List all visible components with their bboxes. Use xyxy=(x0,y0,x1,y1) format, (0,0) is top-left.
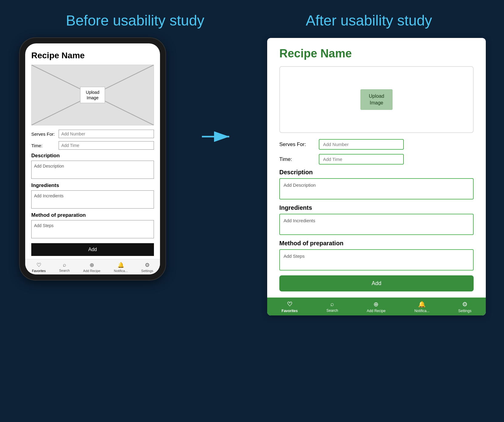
after-description-textarea[interactable]: Add Description xyxy=(279,178,474,199)
before-nav-notifications-label: Notifica... xyxy=(114,269,128,273)
add-recipe-icon: ⊕ xyxy=(90,262,94,268)
after-search-icon: ⌕ xyxy=(330,301,334,308)
after-mockup-wrapper: Recipe Name Upload Image Serves For: Tim… xyxy=(267,38,486,315)
before-nav-favorites[interactable]: ♡ Favorites xyxy=(32,262,46,273)
after-time-row: Time: xyxy=(279,154,474,165)
before-serves-input[interactable] xyxy=(59,130,154,138)
before-nav-favorites-label: Favorites xyxy=(32,269,46,273)
before-title: Recipe Name xyxy=(31,51,154,60)
after-nav-search[interactable]: ⌕ Search xyxy=(326,301,338,313)
after-serves-input[interactable] xyxy=(319,139,404,150)
headings-row: Before usability study After usability s… xyxy=(18,12,486,29)
main-content: Recipe Name Upload Image Serves For: xyxy=(18,38,486,315)
before-time-input[interactable] xyxy=(59,141,154,150)
after-description-heading: Description xyxy=(279,169,474,176)
after-image-area: Upload Image xyxy=(279,66,474,133)
before-time-label: Time: xyxy=(31,143,59,148)
after-method-textarea[interactable]: Add Steps xyxy=(279,249,474,271)
after-title: Recipe Name xyxy=(279,47,474,60)
arrow-wrapper xyxy=(199,38,235,144)
before-serves-row: Serves For: xyxy=(31,130,154,138)
before-description-heading: Description xyxy=(31,153,154,159)
after-time-label: Time: xyxy=(279,156,319,162)
after-nav-search-label: Search xyxy=(326,308,338,313)
before-nav-settings[interactable]: ⚙ Settings xyxy=(141,262,153,273)
before-serves-label: Serves For: xyxy=(31,131,59,137)
gear-icon: ⚙ xyxy=(145,262,150,268)
after-method-heading: Method of preparation xyxy=(279,240,474,247)
before-nav-notifications[interactable]: 🔔 Notifica... xyxy=(114,262,128,273)
phone-screen: Recipe Name Upload Image Serves For: xyxy=(25,43,160,274)
transition-arrow-icon xyxy=(200,129,234,144)
heart-icon: ♡ xyxy=(36,262,41,268)
after-bell-icon: 🔔 xyxy=(418,301,426,308)
after-nav-bar: ♡ Favorites ⌕ Search ⊕ Add Recipe 🔔 Noti… xyxy=(267,298,486,315)
before-nav-bar: ♡ Favorites ⌕ Search ⊕ Add Recipe 🔔 Noti… xyxy=(25,259,160,274)
bell-icon: 🔔 xyxy=(117,262,124,268)
before-image-area: Upload Image xyxy=(31,65,154,125)
after-ingredients-heading: Ingredients xyxy=(279,204,474,211)
before-upload-button[interactable]: Upload Image xyxy=(80,87,105,103)
before-method-heading: Method of preparation xyxy=(31,212,154,218)
before-nav-search[interactable]: ⌕ Search xyxy=(59,262,70,273)
after-add-button[interactable]: Add xyxy=(279,275,474,291)
before-nav-search-label: Search xyxy=(59,269,70,272)
after-gear-icon: ⚙ xyxy=(462,301,468,308)
phone-mockup: Recipe Name Upload Image Serves For: xyxy=(20,38,165,280)
before-phone-wrapper: Recipe Name Upload Image Serves For: xyxy=(18,38,167,280)
before-ingredients-heading: Ingredients xyxy=(31,182,154,189)
after-nav-add-recipe-label: Add Recipe xyxy=(367,309,386,313)
after-nav-settings[interactable]: ⚙ Settings xyxy=(458,301,471,313)
after-upload-button[interactable]: Upload Image xyxy=(360,89,393,110)
before-ingredients-textarea[interactable]: Add Incredients xyxy=(31,190,154,209)
after-serves-label: Serves For: xyxy=(279,141,319,148)
before-nav-add-recipe[interactable]: ⊕ Add Recipe xyxy=(83,262,100,273)
before-method-textarea[interactable]: Add Steps xyxy=(31,220,154,238)
after-nav-favorites[interactable]: ♡ Favorites xyxy=(281,301,298,313)
before-nav-add-recipe-label: Add Recipe xyxy=(83,269,100,273)
after-heading: After usability study xyxy=(252,12,486,29)
before-nav-settings-label: Settings xyxy=(141,269,153,273)
phone-content: Recipe Name Upload Image Serves For: xyxy=(25,43,160,256)
after-content: Recipe Name Upload Image Serves For: Tim… xyxy=(267,38,486,298)
after-ingredients-textarea[interactable]: Add Incredients xyxy=(279,214,474,235)
after-nav-notifications[interactable]: 🔔 Notifica... xyxy=(414,301,430,313)
after-nav-notifications-label: Notifica... xyxy=(414,309,430,313)
before-heading: Before usability study xyxy=(18,12,252,29)
before-time-row: Time: xyxy=(31,141,154,150)
after-serves-row: Serves For: xyxy=(279,139,474,150)
after-nav-favorites-label: Favorites xyxy=(281,309,298,313)
after-heart-icon: ♡ xyxy=(287,301,292,308)
before-add-button[interactable]: Add xyxy=(31,243,154,256)
after-nav-settings-label: Settings xyxy=(458,309,471,313)
after-time-input[interactable] xyxy=(319,154,404,165)
before-description-textarea[interactable]: Add Description xyxy=(31,161,154,179)
after-nav-add-recipe[interactable]: ⊕ Add Recipe xyxy=(367,301,386,313)
after-add-recipe-icon: ⊕ xyxy=(373,301,379,308)
search-icon: ⌕ xyxy=(63,262,66,268)
